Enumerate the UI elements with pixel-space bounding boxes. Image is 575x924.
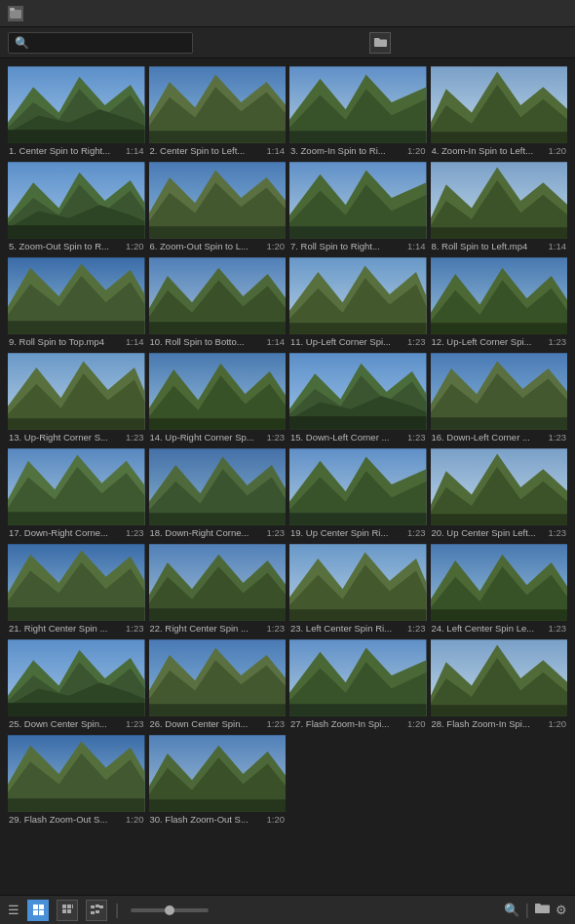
- grid-item[interactable]: 2. Center Spin to Left...1:14: [149, 66, 287, 158]
- grid-item[interactable]: 14. Up-Right Corner Sp...1:23: [149, 353, 287, 444]
- item-duration: 1:23: [407, 336, 426, 347]
- grid-item[interactable]: 21. Right Center Spin ...1:23: [8, 544, 145, 635]
- grid-item[interactable]: 20. Up Center Spin Left...1:23: [431, 448, 568, 540]
- item-duration: 1:23: [549, 527, 567, 538]
- grid-item[interactable]: 16. Down-Left Corner ...1:23: [431, 353, 568, 444]
- item-name: 30. Flash Zoom-Out S...: [150, 814, 264, 825]
- svg-rect-128: [33, 910, 38, 915]
- item-label: 25. Down Center Spin...1:23: [8, 716, 145, 731]
- grid-item[interactable]: 8. Roll Spin to Left.mp41:14: [431, 162, 568, 253]
- toolbar: 🔍: [0, 27, 575, 58]
- item-label: 9. Roll Spin to Top.mp41:14: [8, 334, 145, 349]
- item-name: 16. Down-Left Corner ...: [432, 432, 546, 443]
- thumbnail: [431, 448, 568, 525]
- grid-item[interactable]: 5. Zoom-Out Spin to R...1:20: [8, 162, 145, 253]
- grid-item[interactable]: 27. Flash Zoom-In Spi...1:20: [289, 639, 427, 731]
- thumbnail: [149, 544, 287, 621]
- item-name: 11. Up-Left Corner Spi...: [290, 336, 404, 347]
- svg-rect-137: [99, 905, 103, 908]
- item-duration: 1:20: [407, 145, 426, 156]
- tree-view-btn[interactable]: [86, 900, 107, 921]
- grid-item[interactable]: 15. Down-Left Corner ...1:23: [289, 353, 427, 444]
- thumbnail: [431, 353, 568, 430]
- item-duration: 1:14: [267, 145, 286, 156]
- item-label: 16. Down-Left Corner ...1:23: [431, 430, 568, 444]
- grid-large-btn[interactable]: [57, 900, 78, 921]
- item-name: 1. Center Spin to Right...: [9, 145, 123, 156]
- item-label: 29. Flash Zoom-Out S...1:20: [8, 812, 145, 827]
- grid-item[interactable]: 28. Flash Zoom-In Spi...1:20: [431, 639, 568, 731]
- item-label: 22. Right Center Spin ...1:23: [149, 621, 287, 635]
- grid-item[interactable]: 30. Flash Zoom-Out S...1:20: [149, 735, 287, 827]
- item-duration: 1:20: [267, 814, 286, 825]
- svg-rect-139: [96, 910, 99, 913]
- item-label: 26. Down Center Spin...1:23: [149, 716, 287, 731]
- svg-rect-131: [67, 905, 71, 908]
- grid-item[interactable]: 12. Up-Left Corner Spi...1:23: [431, 257, 568, 349]
- thumbnail: [149, 162, 287, 239]
- grid-item[interactable]: 10. Roll Spin to Botto...1:14: [149, 257, 287, 349]
- item-name: 17. Down-Right Corne...: [9, 527, 123, 538]
- thumbnail: [8, 353, 145, 430]
- item-name: 14. Up-Right Corner Sp...: [150, 432, 264, 443]
- thumbnail: [431, 639, 568, 716]
- svg-rect-138: [91, 911, 95, 914]
- grid-item[interactable]: 7. Roll Spin to Right...1:14: [289, 162, 427, 253]
- statusbar: ☰ | 🔍 | ⚙: [0, 895, 575, 924]
- folder-button[interactable]: [369, 32, 391, 54]
- grid-item[interactable]: 17. Down-Right Corne...1:23: [8, 448, 145, 540]
- item-duration: 1:23: [267, 623, 286, 634]
- thumbnail: [289, 639, 427, 716]
- item-duration: 1:20: [267, 241, 286, 251]
- svg-rect-51: [431, 323, 568, 334]
- thumbnail: [431, 66, 568, 143]
- grid-item[interactable]: 23. Left Center Spin Ri...1:23: [289, 544, 427, 635]
- svg-rect-55: [8, 418, 145, 430]
- svg-rect-113: [289, 704, 427, 716]
- grid-item[interactable]: 18. Down-Right Corne...1:23: [149, 448, 287, 540]
- svg-rect-135: [91, 905, 95, 908]
- folder-right-icon[interactable]: [535, 903, 550, 917]
- zoom-slider[interactable]: [131, 908, 209, 912]
- thumbnail: [289, 544, 427, 621]
- svg-rect-88: [8, 607, 145, 621]
- search-right-icon[interactable]: 🔍: [504, 903, 519, 917]
- svg-rect-133: [62, 909, 66, 913]
- grid-item[interactable]: 13. Up-Right Corner S...1:23: [8, 353, 145, 444]
- item-name: 8. Roll Spin to Left.mp4: [432, 241, 546, 251]
- thumbnail: [289, 162, 427, 239]
- grid-item[interactable]: 3. Zoom-In Spin to Ri...1:20: [289, 66, 427, 158]
- thumbnail: [8, 735, 145, 812]
- grid-item[interactable]: 22. Right Center Spin ...1:23: [149, 544, 287, 635]
- svg-rect-59: [149, 418, 287, 430]
- search-input[interactable]: [33, 37, 170, 49]
- item-name: 27. Flash Zoom-In Spi...: [290, 718, 404, 729]
- item-label: 2. Center Spin to Left...1:14: [149, 143, 287, 158]
- item-name: 10. Roll Spin to Botto...: [150, 336, 264, 347]
- grid-item[interactable]: 29. Flash Zoom-Out S...1:20: [8, 735, 145, 827]
- grid-item[interactable]: 4. Zoom-In Spin to Left...1:20: [431, 66, 568, 158]
- grid-item[interactable]: 6. Zoom-Out Spin to L...1:20: [149, 162, 287, 253]
- svg-rect-64: [289, 416, 427, 430]
- thumbnail: [8, 448, 145, 525]
- grid-item[interactable]: 1. Center Spin to Right...1:14: [8, 66, 145, 158]
- title-bar: [0, 0, 575, 27]
- grid-item[interactable]: 11. Up-Left Corner Spi...1:23: [289, 257, 427, 349]
- svg-rect-35: [431, 227, 568, 239]
- grid-item[interactable]: 25. Down Center Spin...1:23: [8, 639, 145, 731]
- item-duration: 1:14: [126, 336, 144, 347]
- list-view-icon[interactable]: ☰: [8, 903, 19, 917]
- grid-item[interactable]: 9. Roll Spin to Top.mp41:14: [8, 257, 145, 349]
- item-label: 8. Roll Spin to Left.mp41:14: [431, 239, 568, 253]
- item-name: 13. Up-Right Corner S...: [9, 432, 123, 443]
- grid-item[interactable]: 24. Left Center Spin Le...1:23: [431, 544, 568, 635]
- search-box[interactable]: 🔍: [8, 32, 193, 54]
- item-name: 3. Zoom-In Spin to Ri...: [290, 145, 404, 156]
- grid-item[interactable]: 19. Up Center Spin Ri...1:23: [289, 448, 427, 540]
- svg-rect-127: [39, 905, 44, 909]
- item-label: 3. Zoom-In Spin to Ri...1:20: [289, 143, 427, 158]
- grid-item[interactable]: 26. Down Center Spin...1:23: [149, 639, 287, 731]
- settings-right-icon[interactable]: ⚙: [556, 903, 567, 917]
- svg-rect-39: [8, 321, 145, 334]
- grid-small-btn[interactable]: [27, 900, 49, 921]
